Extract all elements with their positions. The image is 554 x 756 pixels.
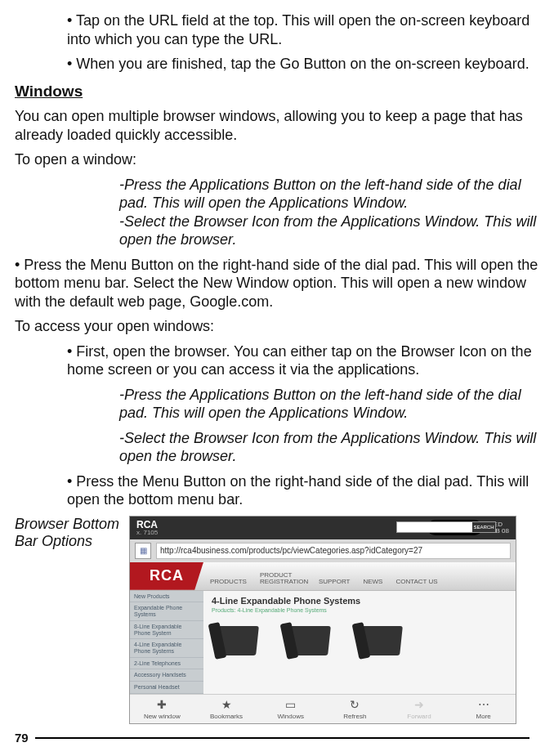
sidebar-item[interactable]: 8-Line Expandable Phone System [130, 621, 203, 639]
product-images [212, 621, 507, 667]
main-breadcrumb: Products: 4-Line Expandable Phone System… [212, 607, 507, 613]
sidebar-item[interactable]: 2-Line Telephones [130, 658, 203, 670]
figure-row: Browser Bottom Bar Options RCA x. 7105 0… [15, 516, 539, 724]
sidebar-item[interactable]: Personal Headset [130, 682, 203, 694]
site-body: New Products Expandable Phone Systems 8-… [130, 591, 516, 694]
rca-logo: RCA [130, 562, 203, 590]
sidebar-item[interactable]: Expandable Phone Systems [130, 602, 203, 620]
heading-windows: Windows [15, 82, 539, 101]
nav-news[interactable]: NEWS [356, 578, 389, 590]
bottom-windows[interactable]: ▭ Windows [258, 695, 323, 723]
device-brand: RCA [136, 520, 158, 530]
nav-registration[interactable]: PRODUCT REGISTRATION [253, 572, 312, 590]
sidebar-item[interactable]: Accessory Handsets [130, 669, 203, 682]
more-icon: ⋯ [478, 698, 489, 711]
bottom-new-window[interactable]: ✚ New window [130, 695, 194, 723]
page-icon: ▦ [135, 543, 151, 559]
site-search-button[interactable]: SEARCH [472, 522, 495, 532]
bullet-url-field: • Tap on the URL field at the top. This … [15, 11, 539, 48]
bottom-label: Forward [407, 713, 431, 720]
bottom-bookmarks[interactable]: ★ Bookmarks [194, 695, 259, 723]
site-banner: RCA PRODUCTS PRODUCT REGISTRATION SUPPOR… [130, 562, 516, 591]
bottom-label: More [476, 713, 491, 720]
phone-image [284, 621, 341, 667]
browser-bottom-bar: ✚ New window ★ Bookmarks ▭ Windows ↻ Ref… [130, 694, 516, 723]
site-sidebar: New Products Expandable Phone Systems 8-… [130, 591, 203, 694]
nav-products[interactable]: PRODUCTS [203, 578, 253, 590]
open-window-steps: -Press the Applications Button on the le… [15, 176, 539, 249]
access-sub-select-browser: -Select the Browser Icon from the Applic… [15, 429, 539, 466]
plus-icon: ✚ [157, 698, 167, 711]
page-number: 79 [15, 731, 29, 745]
bottom-label: Refresh [343, 713, 366, 720]
refresh-icon: ↻ [350, 698, 360, 711]
main-heading: 4-Line Expandable Phone Systems [212, 596, 507, 606]
sidebar-item[interactable]: New Products [130, 591, 203, 603]
nav-support[interactable]: SUPPORT [312, 578, 357, 590]
bottom-refresh[interactable]: ↻ Refresh [323, 695, 387, 723]
bullet-go-button: • When you are finished, tap the Go Butt… [15, 55, 539, 74]
access-sub-press-apps: -Press the Applications Button on the le… [15, 386, 539, 423]
bottom-label: New window [144, 713, 181, 720]
page-footer: 79 [15, 731, 529, 745]
embedded-screenshot: RCA x. 7105 04:01 PM WED FEB 08 ▦ http:/ [129, 516, 516, 724]
open-window-label: To open a window: [15, 150, 539, 169]
url-field[interactable]: http://rca4business.com/products/pc/view… [156, 543, 511, 559]
bottom-more[interactable]: ⋯ More [451, 695, 516, 723]
bottom-label: Windows [277, 713, 303, 720]
device-brand-block: RCA x. 7105 [136, 520, 158, 536]
phone-image [212, 621, 269, 667]
site-main: 4-Line Expandable Phone Systems Products… [203, 591, 516, 694]
footer-rule [35, 737, 529, 739]
access-bullet-press-menu: • Press the Menu Button on the right-han… [15, 472, 539, 509]
browser-url-bar[interactable]: ▦ http://rca4business.com/products/pc/vi… [130, 539, 516, 562]
windows-intro: You can open multiple browser windows, a… [15, 107, 539, 144]
figure-caption: Browser Bottom Bar Options [15, 516, 129, 550]
press-menu-para: • Press the Menu Button on the right-han… [15, 256, 539, 311]
nav-contact[interactable]: CONTACT US [389, 578, 444, 590]
sidebar-item[interactable]: 4-Line Expandable Phone Systems [130, 639, 203, 657]
device-model: x. 7105 [136, 530, 158, 536]
bottom-forward: ➜ Forward [387, 695, 452, 723]
star-icon: ★ [221, 698, 232, 711]
site-search[interactable]: SEARCH [396, 521, 496, 533]
forward-icon: ➜ [414, 698, 424, 711]
manual-page: • Tap on the URL field at the top. This … [0, 0, 554, 756]
access-windows-label: To access your open windows: [15, 317, 539, 336]
access-bullet-open-browser: • First, open the browser. You can eithe… [15, 342, 539, 379]
phone-image [355, 621, 413, 667]
windows-icon: ▭ [285, 698, 296, 711]
webpage-content: SEARCH RCA PRODUCTS PRODUCT REGISTRATION… [130, 562, 516, 694]
bottom-label: Bookmarks [210, 713, 243, 720]
